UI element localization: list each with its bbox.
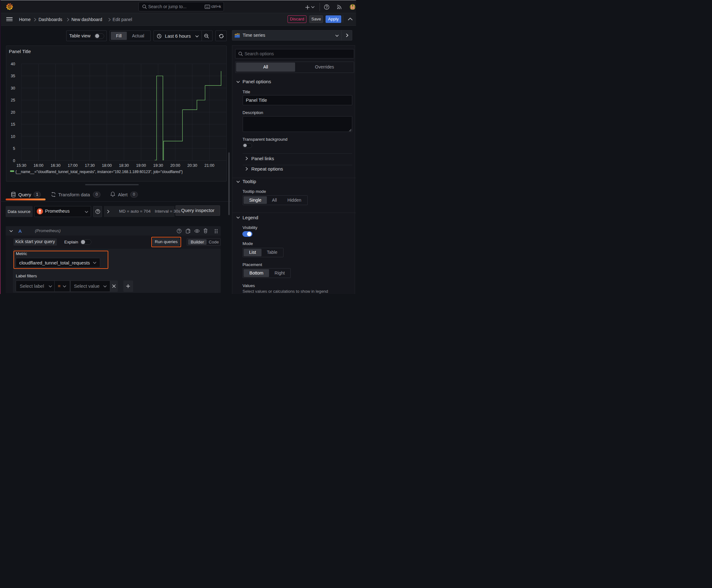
svg-text:35: 35	[11, 74, 15, 78]
svg-text:17:30: 17:30	[85, 163, 95, 168]
svg-text:0: 0	[13, 158, 15, 163]
svg-text:15:30: 15:30	[16, 163, 26, 168]
svg-text:16:30: 16:30	[50, 163, 61, 168]
svg-text:10: 10	[11, 134, 15, 139]
svg-text:21:00: 21:00	[204, 163, 214, 168]
svg-text:20:30: 20:30	[188, 163, 197, 168]
svg-text:18:00: 18:00	[102, 163, 112, 168]
svg-text:30: 30	[11, 86, 15, 90]
svg-text:5: 5	[13, 146, 15, 151]
svg-text:16:00: 16:00	[33, 163, 43, 168]
svg-text:17:00: 17:00	[67, 163, 78, 168]
svg-text:25: 25	[11, 98, 15, 102]
svg-text:19:00: 19:00	[136, 163, 146, 168]
svg-text:20: 20	[11, 110, 15, 114]
svg-text:40: 40	[11, 62, 15, 66]
svg-text:19:30: 19:30	[153, 163, 163, 168]
svg-text:20:00: 20:00	[170, 163, 180, 168]
svg-text:18:30: 18:30	[119, 163, 129, 168]
svg-text:{__name__="cloudflared_tunnel_: {__name__="cloudflared_tunnel_total_requ…	[15, 170, 183, 174]
svg-text:15: 15	[11, 122, 15, 127]
